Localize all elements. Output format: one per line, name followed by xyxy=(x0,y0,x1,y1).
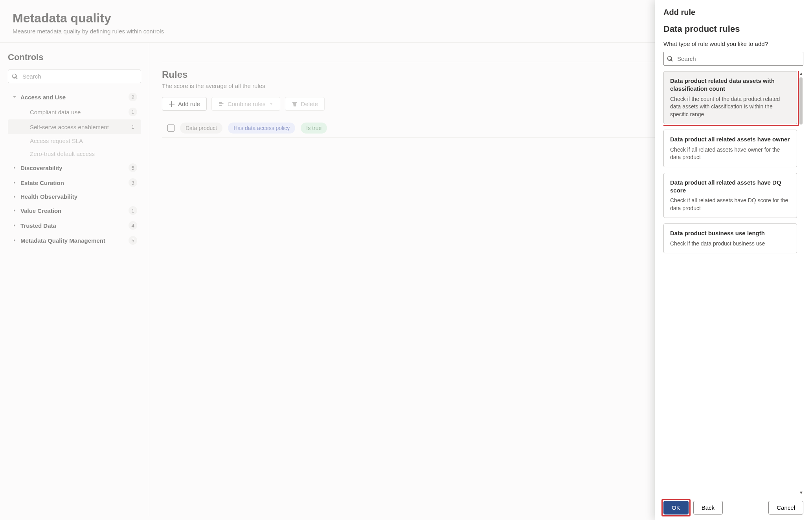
panel-prompt: What type of rule would you like to add? xyxy=(663,40,803,47)
tree-group-label: Access and Use xyxy=(20,94,129,101)
chevron-right-icon xyxy=(12,208,17,213)
count-badge: 1 xyxy=(129,108,137,116)
chevron-right-icon xyxy=(12,194,17,200)
scrollbar[interactable] xyxy=(799,77,803,489)
count-badge: 3 xyxy=(129,178,137,187)
rule-checkbox[interactable] xyxy=(167,125,175,132)
chevron-right-icon xyxy=(12,223,17,228)
chevron-right-icon xyxy=(12,165,17,170)
rule-card-title: Data product all related assets have DQ … xyxy=(670,179,790,195)
rule-card-desc: Check if the data product business use xyxy=(670,240,790,248)
tree-child[interactable]: Self-serve access enablement1 xyxy=(8,119,141,134)
tree-group-label: Health Observability xyxy=(20,193,137,200)
count-badge: 5 xyxy=(129,163,137,172)
delete-button: Delete xyxy=(285,97,325,111)
tree-group-label: Metadata Quality Management xyxy=(20,237,129,244)
tree-group[interactable]: Health Observability xyxy=(8,190,141,203)
tree-group[interactable]: Access and Use2 xyxy=(8,90,141,104)
rule-type-card[interactable]: Data product all related assets have DQ … xyxy=(663,173,797,218)
tree-group-label: Value Creation xyxy=(20,207,129,214)
count-badge: 2 xyxy=(129,93,137,101)
tree-group[interactable]: Trusted Data4 xyxy=(8,218,141,233)
search-icon xyxy=(12,73,18,80)
ok-button-highlight: OK xyxy=(661,499,691,516)
cancel-button[interactable]: Cancel xyxy=(768,501,803,515)
tree-child-label: Compliant data use xyxy=(30,109,129,115)
tree-group[interactable]: Discoverability5 xyxy=(8,160,141,175)
tree-child-label: Access request SLA xyxy=(30,137,137,144)
panel-search-input[interactable] xyxy=(663,52,803,66)
rule-card-title: Data product all related assets have own… xyxy=(670,135,790,143)
tree-group[interactable]: Metadata Quality Management5 xyxy=(8,233,141,248)
count-badge: 1 xyxy=(129,123,137,131)
combine-icon xyxy=(218,101,224,107)
controls-search-input[interactable] xyxy=(8,70,141,83)
chevron-down-icon xyxy=(269,102,274,106)
chevron-down-icon xyxy=(12,94,17,100)
panel-footer: OK Back Cancel xyxy=(655,495,812,516)
controls-tree: Access and Use2Compliant data use1Self-s… xyxy=(8,90,141,248)
panel-subtitle: Data product rules xyxy=(663,24,803,34)
chevron-right-icon xyxy=(12,238,17,243)
scroll-down-icon[interactable]: ▼ xyxy=(799,490,803,495)
count-badge: 1 xyxy=(129,206,137,215)
tree-group-label: Trusted Data xyxy=(20,222,129,229)
rule-card-desc: Check if the count of the data product r… xyxy=(670,95,790,119)
tree-group-label: Discoverability xyxy=(20,165,129,171)
rule-card-desc: Check if all related assets have owner f… xyxy=(670,146,790,161)
tree-child-label: Zero-trust default access xyxy=(30,150,137,157)
tree-group[interactable]: Estate Curation3 xyxy=(8,175,141,190)
rule-card-desc: Check if all related assets have DQ scor… xyxy=(670,197,790,212)
pill-condition: Has data access policy xyxy=(228,123,295,134)
count-badge: 4 xyxy=(129,221,137,230)
pill-data-product: Data product xyxy=(180,123,222,134)
rule-type-list: Data product related data assets with cl… xyxy=(663,71,803,495)
rule-type-card[interactable]: Data product business use lengthCheck if… xyxy=(663,223,797,253)
panel-title: Add rule xyxy=(663,8,803,17)
tree-child: Access request SLA xyxy=(8,134,141,147)
add-rule-label: Add rule xyxy=(178,101,200,107)
tree-group-label: Estate Curation xyxy=(20,179,129,186)
tree-child-label: Self-serve access enablement xyxy=(30,124,129,130)
rule-card-title: Data product related data assets with cl… xyxy=(670,77,790,93)
controls-search[interactable] xyxy=(8,70,141,83)
rule-card-highlight: Data product related data assets with cl… xyxy=(663,71,799,126)
add-rule-button[interactable]: Add rule xyxy=(162,97,207,111)
combine-rules-label: Combine rules xyxy=(228,101,266,107)
chevron-right-icon xyxy=(12,180,17,185)
delete-label: Delete xyxy=(301,101,318,107)
add-rule-panel: Add rule Data product rules What type of… xyxy=(655,0,812,516)
tree-group[interactable]: Value Creation1 xyxy=(8,203,141,218)
ok-button[interactable]: OK xyxy=(663,501,689,515)
rule-type-card[interactable]: Data product related data assets with cl… xyxy=(663,71,797,124)
rule-card-title: Data product business use length xyxy=(670,229,790,237)
plus-icon xyxy=(169,101,175,107)
back-button[interactable]: Back xyxy=(693,501,723,515)
controls-sidebar: Controls Access and Use2Compliant data u… xyxy=(0,43,149,516)
scroll-up-icon[interactable]: ▲ xyxy=(799,71,803,76)
search-icon xyxy=(667,56,673,62)
scroll-thumb[interactable] xyxy=(799,77,803,125)
pill-value: Is true xyxy=(301,123,327,134)
sidebar-title: Controls xyxy=(8,52,141,62)
tree-child[interactable]: Compliant data use1 xyxy=(8,104,141,119)
count-badge: 5 xyxy=(129,236,137,245)
trash-icon xyxy=(292,101,298,107)
combine-rules-button: Combine rules xyxy=(211,97,280,111)
panel-search[interactable] xyxy=(663,52,803,66)
tree-child: Zero-trust default access xyxy=(8,147,141,160)
rule-type-card[interactable]: Data product all related assets have own… xyxy=(663,130,797,167)
